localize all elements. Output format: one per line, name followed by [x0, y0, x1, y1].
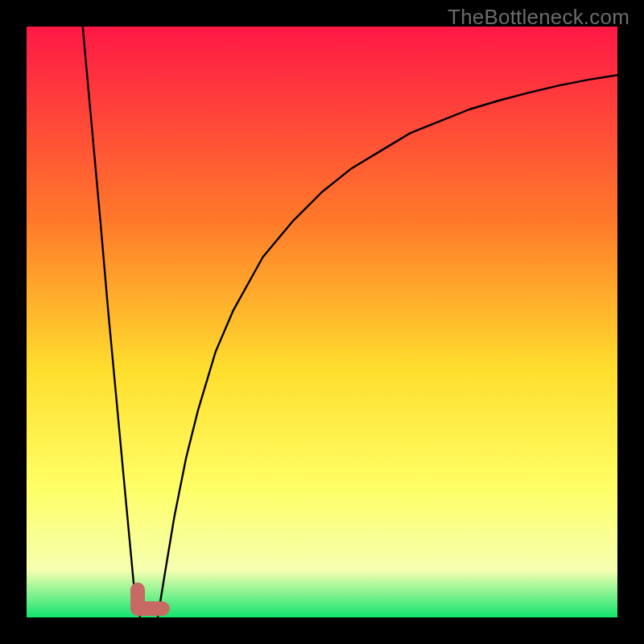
watermark-text: TheBottleneck.com	[448, 5, 630, 30]
gradient-background	[27, 27, 617, 617]
plot-area	[27, 27, 617, 617]
chart-frame: TheBottleneck.com	[0, 0, 644, 644]
chart-svg	[27, 27, 617, 617]
